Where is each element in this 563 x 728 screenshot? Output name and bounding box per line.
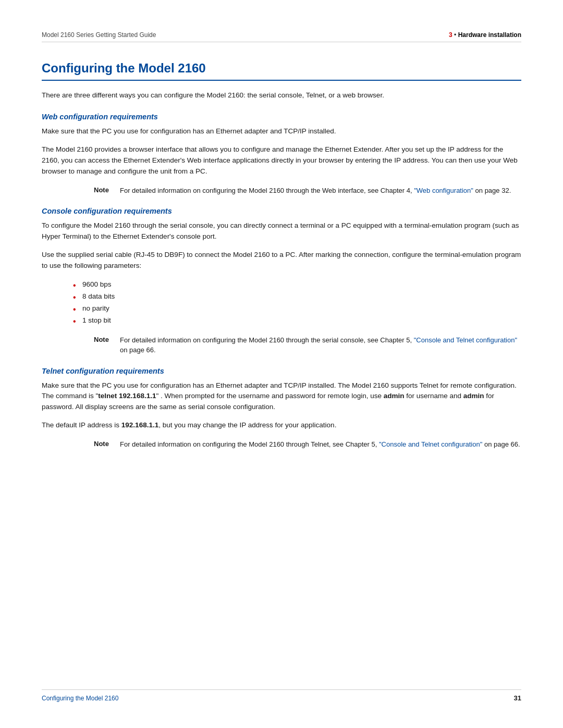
console-config-link[interactable]: "Console and Telnet configuration" bbox=[414, 336, 517, 344]
header-chapter-num: 3 bbox=[449, 31, 452, 39]
web-para-2: The Model 2160 provides a browser interf… bbox=[42, 144, 521, 177]
console-note: Note For detailed information on configu… bbox=[94, 335, 521, 355]
page: Model 2160 Series Getting Started Guide … bbox=[0, 0, 563, 728]
web-note-label: Note bbox=[94, 186, 114, 196]
intro-paragraph: There are three different ways you can c… bbox=[42, 90, 521, 101]
password-bold: admin bbox=[463, 392, 484, 400]
header-chapter-title: Hardware installation bbox=[458, 31, 521, 39]
telnet-note-label: Note bbox=[94, 439, 114, 450]
header-chapter: 3 • Hardware installation bbox=[449, 31, 521, 39]
page-title: Configuring the Model 2160 bbox=[42, 61, 521, 81]
telnet-para-2: The default IP address is 192.168.1.1, b… bbox=[42, 420, 521, 431]
console-note-text: For detailed information on configuring … bbox=[120, 335, 521, 355]
web-config-link[interactable]: "Web configuration" bbox=[414, 187, 473, 194]
telnet-config-link[interactable]: "Console and Telnet configuration" bbox=[379, 440, 482, 448]
web-note-text: For detailed information on configuring … bbox=[120, 186, 511, 196]
console-bullet-list: 9600 bps 8 data bits no parity 1 stop bi… bbox=[73, 279, 521, 327]
bullet-item-bps: 9600 bps bbox=[73, 279, 521, 291]
default-ip-bold: 192.168.1.1 bbox=[121, 421, 158, 429]
bullet-item-stopbit: 1 stop bit bbox=[73, 315, 521, 327]
page-header: Model 2160 Series Getting Started Guide … bbox=[42, 31, 521, 42]
footer-page-number: 31 bbox=[514, 694, 521, 702]
footer-section-title: Configuring the Model 2160 bbox=[42, 695, 118, 702]
telnet-note: Note For detailed information on configu… bbox=[94, 439, 521, 450]
header-guide-title: Model 2160 Series Getting Started Guide bbox=[42, 31, 156, 39]
header-bullet: • bbox=[454, 31, 458, 39]
section-heading-web: Web configuration requirements bbox=[42, 113, 521, 121]
section-heading-telnet: Telnet configuration requirements bbox=[42, 367, 521, 375]
console-para-2: Use the supplied serial cable (RJ-45 to … bbox=[42, 250, 521, 272]
username-bold: admin bbox=[384, 392, 405, 400]
telnet-note-text: For detailed information on configuring … bbox=[120, 439, 520, 450]
web-note: Note For detailed information on configu… bbox=[94, 186, 521, 196]
telnet-command: telnet 192.168.1.1 bbox=[98, 392, 156, 400]
bullet-item-parity: no parity bbox=[73, 303, 521, 315]
page-footer: Configuring the Model 2160 31 bbox=[42, 689, 521, 702]
bullet-item-databits: 8 data bits bbox=[73, 291, 521, 303]
console-note-label: Note bbox=[94, 335, 114, 355]
web-para-1: Make sure that the PC you use for config… bbox=[42, 126, 521, 137]
telnet-para-1: Make sure that the PC you use for config… bbox=[42, 380, 521, 413]
section-heading-console: Console configuration requirements bbox=[42, 207, 521, 215]
console-para-1: To configure the Model 2160 through the … bbox=[42, 220, 521, 242]
